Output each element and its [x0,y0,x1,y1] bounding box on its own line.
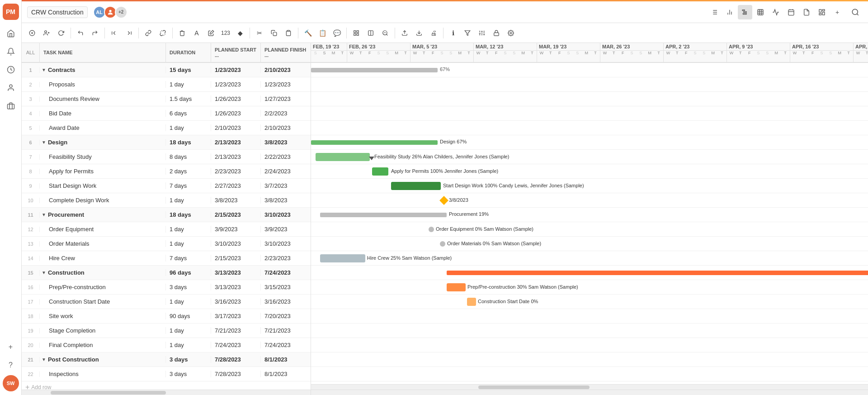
svg-rect-14 [744,11,747,12]
project-name[interactable]: CRW Construction [27,6,88,18]
tool-link[interactable] [142,26,155,40]
tool-font[interactable]: A [190,26,203,40]
table-row[interactable]: 9 Start Design Work 7 days 2/27/2023 3/7… [22,179,311,193]
table-row[interactable]: 5 Award Date 1 day 2/10/2023 2/10/2023 [22,121,311,135]
table-row[interactable]: 19 Stage Completion 1 day 7/21/2023 7/21… [22,324,311,338]
svg-rect-49 [357,33,359,35]
tool-grid[interactable] [349,26,363,40]
tool-filter2[interactable] [475,26,489,40]
table-row[interactable]: 20 Final Completion 1 day 7/24/2023 7/24… [22,338,311,352]
view-layout-btn[interactable] [815,5,829,19]
tool-lock[interactable] [490,26,503,40]
tool-indent-right[interactable] [122,26,136,40]
gantt-row-4 [311,106,868,121]
svg-point-1 [9,85,12,87]
table-row[interactable]: 16 Prep/Pre-construction 3 days 3/13/202… [22,280,311,295]
tool-add-user[interactable] [40,26,53,40]
view-plus-btn[interactable]: + [830,5,844,19]
sidebar-item-person[interactable] [3,80,19,96]
view-gantt-btn[interactable] [738,5,752,19]
table-row[interactable]: 21 ▼Post Construction 3 days 7/28/2023 8… [22,352,311,367]
tool-paste[interactable] [282,26,295,40]
gantt-row-12: Order Equipment 0% Sam Watson (Sample) [311,222,868,237]
tool-comment[interactable]: 💬 [330,26,344,40]
table-row[interactable]: 8 Apply for Permits 2 days 2/23/2023 2/2… [22,164,311,179]
table-row[interactable]: 22 Inspections 3 days 7/28/2023 8/1/2023 [22,367,311,381]
table-row[interactable]: 1 ▼Contracts 15 days 1/23/2023 2/10/2023 [22,63,311,77]
table-row[interactable]: 11 ▼Procurement 18 days 2/15/2023 3/10/2… [22,208,311,222]
grid-scrollbar[interactable] [22,390,311,395]
tool-number[interactable]: 123 [219,26,232,40]
tool-filter[interactable] [461,26,474,40]
sidebar-item-plus[interactable]: + [3,339,19,355]
view-doc-btn[interactable] [799,5,814,19]
svg-rect-45 [288,30,290,31]
svg-line-53 [387,34,388,35]
tool-settings[interactable] [504,26,518,40]
content-area: ALL TASK NAME DURATION PLANNED START ...… [22,43,868,390]
tool-zoom[interactable] [378,26,392,40]
tool-undo[interactable] [74,26,87,40]
table-row[interactable]: 12 Order Equipment 1 day 3/9/2023 3/9/20… [22,222,311,237]
tool-unlink[interactable] [156,26,170,40]
table-row[interactable]: 17 Construction Start Date 1 day 3/16/20… [22,295,311,309]
tool-refresh[interactable] [54,26,68,40]
tool-columns[interactable] [364,26,377,40]
tool-delete[interactable] [175,26,189,40]
sidebar-item-briefcase[interactable] [3,98,19,114]
tool-share-down[interactable] [412,26,426,40]
view-chart-btn[interactable] [722,5,737,19]
col-start-header[interactable]: PLANNED START ... [211,43,261,62]
table-row[interactable]: 6 ▼Design 18 days 2/13/2023 3/8/2023 [22,135,311,150]
table-row[interactable]: 18 Site work 90 days 3/17/2023 7/20/2023 [22,309,311,324]
search-button[interactable] [848,5,863,19]
tool-note[interactable]: 📋 [316,26,329,40]
sidebar-item-user-avatar[interactable]: SW [3,375,19,391]
tool-indent-left[interactable] [108,26,121,40]
table-row[interactable]: 3 Documents Review 1.5 days 1/26/2023 1/… [22,92,311,106]
gantt-scrollbar[interactable] [311,384,868,390]
tool-redo[interactable] [88,26,102,40]
tool-hammer[interactable]: 🔨 [301,26,315,40]
table-row[interactable]: 13 Order Materials 1 day 3/10/2023 3/10/… [22,237,311,251]
tool-info[interactable]: ℹ [446,26,460,40]
table-row[interactable]: 4 Bid Date 6 days 1/26/2023 2/2/2023 [22,106,311,121]
gantt-scrollbar-thumb[interactable] [478,385,590,389]
table-row[interactable]: 7 Feasibility Study 8 days 2/13/2023 2/2… [22,150,311,164]
view-list-btn[interactable] [707,5,722,19]
col-all-header[interactable]: ALL [22,43,40,62]
view-calendar-btn[interactable] [784,5,798,19]
tool-share-up[interactable] [398,26,411,40]
grid-scrollbar-thumb[interactable] [51,391,166,395]
sidebar-item-help[interactable]: ? [3,357,19,373]
sidebar-item-home[interactable] [3,25,19,42]
table-row[interactable]: 14 Hire Crew 7 days 2/15/2023 2/23/2023 [22,251,311,266]
gantt-week-feb19: FEB, 19 '23 S S M T [311,43,347,62]
sidebar-item-clock[interactable] [3,62,19,78]
toolbar-divider-2 [104,28,105,38]
tool-print[interactable]: 🖨 [427,26,440,40]
view-table-btn[interactable] [753,5,768,19]
gantt-bar-feasibility [316,153,370,161]
tool-copy[interactable] [267,26,281,40]
gantt-body[interactable]: FEB, 19 '23 S S M T FEB, 26 '23 W [311,43,868,384]
view-line-btn[interactable] [769,5,783,19]
tool-diamond[interactable]: ◆ [233,26,247,40]
svg-rect-15 [743,13,746,14]
col-task-header[interactable]: TASK NAME [40,43,166,62]
gantt-bar-construction-start [467,298,476,306]
gantt-row-2 [311,77,868,92]
col-finish-header[interactable]: PLANNED FINISH ... [261,43,311,62]
gantt-header: FEB, 19 '23 S S M T FEB, 26 '23 W [311,43,868,63]
tool-fill[interactable] [204,26,218,40]
table-row[interactable]: 10 Complete Design Work 1 day 3/8/2023 3… [22,193,311,208]
svg-point-29 [852,9,858,14]
tool-add-row[interactable] [25,26,39,40]
tool-cut[interactable]: ✂ [253,26,266,40]
toolbar: A 123 ◆ ✂ 🔨 📋 💬 [22,23,868,43]
table-row[interactable]: 2 Proposals 1 day 1/23/2023 1/23/2023 [22,77,311,92]
add-row-button[interactable]: + Add row [22,381,311,390]
col-duration-header[interactable]: DURATION [166,43,211,62]
sidebar-item-bell[interactable] [3,43,19,60]
table-row[interactable]: 15 ▼Construction 96 days 3/13/2023 7/24/… [22,266,311,280]
